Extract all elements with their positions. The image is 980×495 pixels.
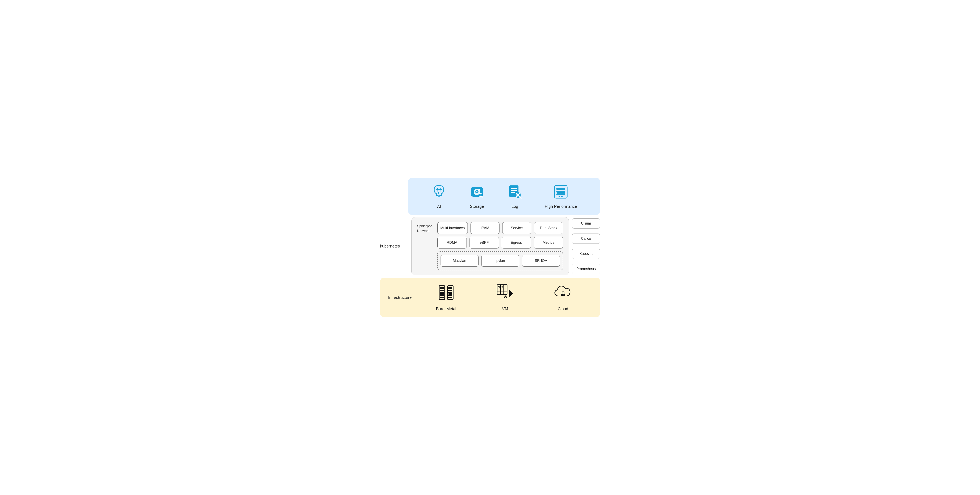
app-label-highperf: High Performance bbox=[545, 204, 577, 209]
svg-line-26 bbox=[519, 197, 521, 198]
feature-ebpf: eBPF bbox=[469, 237, 499, 249]
app-item-log: Log bbox=[507, 184, 523, 209]
svg-point-16 bbox=[479, 189, 480, 190]
svg-text:V: V bbox=[501, 285, 503, 288]
app-item-storage: Storage bbox=[469, 184, 485, 209]
svg-text:M: M bbox=[498, 285, 500, 288]
kubernetes-label-col: kubernetes bbox=[380, 217, 408, 275]
storage-icon bbox=[469, 184, 485, 202]
infra-item-cloud: Cloud bbox=[554, 284, 572, 311]
highperf-icon bbox=[553, 184, 569, 202]
feature-dual-stack: Dual Stack bbox=[534, 222, 563, 234]
infra-item-vm: M V A VM bbox=[496, 284, 514, 311]
infra-items: Barel Metal M V bbox=[416, 284, 592, 311]
infra-item-metal: Barel Metal bbox=[436, 284, 456, 311]
app-item-ai: AI AI bbox=[431, 184, 447, 209]
sidebar-prometheus: Prometheus bbox=[572, 264, 600, 274]
feature-sr-iov: SR-IOV bbox=[522, 255, 560, 267]
svg-point-6 bbox=[438, 188, 438, 189]
svg-point-7 bbox=[440, 188, 441, 189]
svg-rect-35 bbox=[440, 287, 444, 289]
spiderpool-box: SpiderpoolNetwork Multi-interfaces IPAM … bbox=[411, 217, 569, 275]
svg-line-18 bbox=[482, 196, 483, 197]
kubernetes-label: kubernetes bbox=[380, 244, 400, 249]
feature-metrics: Metrics bbox=[534, 237, 563, 249]
sidebar-calico: Calico bbox=[572, 233, 600, 244]
log-icon bbox=[507, 184, 523, 202]
svg-rect-31 bbox=[557, 190, 565, 193]
svg-marker-53 bbox=[509, 290, 513, 298]
svg-rect-41 bbox=[449, 287, 452, 289]
infra-label-vm: VM bbox=[502, 306, 508, 311]
svg-rect-37 bbox=[440, 292, 444, 294]
svg-rect-36 bbox=[440, 290, 444, 291]
feature-rdma: RDMA bbox=[438, 237, 467, 249]
sidebar-kubevirt: Kubevirt bbox=[572, 249, 600, 259]
feature-row-2: RDMA eBPF Egress Metrics bbox=[438, 237, 563, 249]
middle-section: kubernetes SpiderpoolNetwork Multi-inter… bbox=[380, 217, 600, 275]
app-label-storage: Storage bbox=[470, 204, 484, 209]
bare-metal-icon bbox=[437, 284, 455, 304]
infra-label-metal: Barel Metal bbox=[436, 306, 456, 311]
app-item-highperf: High Performance bbox=[545, 184, 577, 209]
feature-macvlan: Macvlan bbox=[441, 255, 479, 267]
app-label-ai: AI bbox=[437, 204, 441, 209]
svg-point-9 bbox=[440, 190, 441, 192]
feature-ipam: IPAM bbox=[471, 222, 500, 234]
svg-rect-42 bbox=[449, 290, 452, 291]
feature-egress: Egress bbox=[502, 237, 531, 249]
diagram-container: AI AI bbox=[380, 178, 600, 317]
feature-service: Service bbox=[502, 222, 531, 234]
app-label-log: Log bbox=[511, 204, 518, 209]
svg-point-8 bbox=[438, 190, 438, 192]
svg-rect-39 bbox=[440, 297, 444, 298]
top-section: AI AI bbox=[408, 178, 600, 215]
svg-point-4 bbox=[439, 189, 439, 190]
bottom-section: Infrastructure bbox=[380, 278, 600, 317]
spiderpool-grid: Multi-interfaces IPAM Service Dual Stack… bbox=[438, 222, 563, 270]
infrastructure-label: Infrastructure bbox=[388, 295, 416, 300]
svg-rect-43 bbox=[449, 292, 452, 294]
svg-text:A: A bbox=[504, 294, 507, 298]
svg-rect-45 bbox=[449, 297, 452, 298]
ai-icon: AI bbox=[431, 184, 447, 202]
cloud-icon bbox=[554, 284, 572, 304]
feature-row-1: Multi-interfaces IPAM Service Dual Stack bbox=[438, 222, 563, 234]
svg-point-3 bbox=[436, 189, 437, 190]
svg-point-14 bbox=[476, 191, 477, 192]
feature-multi-interfaces: Multi-interfaces bbox=[438, 222, 468, 234]
svg-rect-30 bbox=[557, 188, 565, 190]
feature-row-3-dashed: Macvlan Ipvlan SR-IOV bbox=[438, 251, 563, 270]
vm-icon: M V A bbox=[496, 284, 514, 304]
svg-rect-38 bbox=[440, 294, 444, 296]
right-sidebar: Cilium Calico Kubevirt Prometheus bbox=[572, 217, 600, 275]
spiderpool-label: SpiderpoolNetwork bbox=[417, 222, 433, 233]
svg-text:AI: AI bbox=[438, 192, 440, 195]
feature-ipvlan: Ipvlan bbox=[481, 255, 519, 267]
svg-rect-32 bbox=[557, 194, 565, 195]
svg-rect-44 bbox=[449, 294, 452, 296]
svg-rect-57 bbox=[563, 295, 563, 296]
sidebar-cilium: Cilium bbox=[572, 218, 600, 228]
svg-point-5 bbox=[441, 189, 442, 190]
infra-label-cloud: Cloud bbox=[558, 306, 568, 311]
